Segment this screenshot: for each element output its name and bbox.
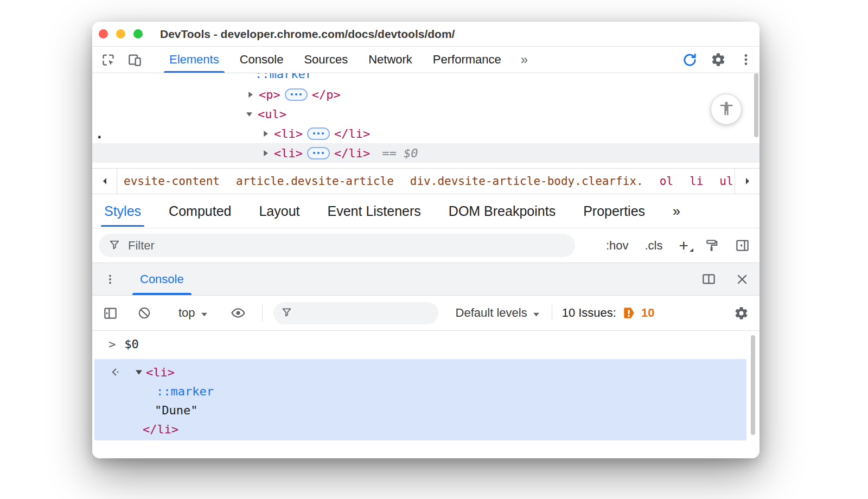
filter-funnel-icon [108,239,120,253]
breadcrumb: evsite-content article.devsite-article d… [117,173,735,189]
styles-filter-bar: :hov .cls + [92,228,760,263]
prompt-chevron: > [108,337,116,351]
dropdown-caret-icon [201,306,208,320]
inspect-element-icon[interactable] [101,53,116,67]
breadcrumb-item[interactable]: article.devsite-article [236,175,394,188]
issues-counter[interactable]: 10 Issues: 10 [562,306,655,320]
result-text-node: "Dune" [155,404,197,417]
dom-tree-panel: ::marker . ... <p> </p> <ul> <li> [92,73,760,168]
console-settings-gear-icon[interactable] [734,306,749,321]
styles-filter-input[interactable] [128,239,565,253]
result-open-tag: <li> [146,366,175,379]
dom-node-marker-clipped[interactable]: ::marker [255,73,312,84]
tab-properties[interactable]: Properties [582,194,646,228]
live-expression-eye-icon[interactable] [231,305,246,321]
main-toolbar: Elements Console Sources Network Perform… [92,47,760,73]
filter-funnel-icon [281,306,292,320]
dom-row-ul[interactable]: <ul> [246,104,286,124]
expand-ellipsis-icon[interactable] [307,127,330,140]
tab-layout[interactable]: Layout [258,194,301,228]
traffic-lights [99,29,143,39]
accessibility-overlay-button[interactable] [711,94,742,125]
dollar-zero-annotation: == $0 [382,146,418,160]
console-scrollbar[interactable] [751,335,755,435]
context-selector[interactable]: top [178,306,208,320]
console-filter-input[interactable] [299,307,431,319]
device-toolbar-icon[interactable] [127,53,142,67]
close-window-button[interactable] [99,29,108,39]
console-sidebar-icon[interactable] [103,306,118,321]
dom-tree-scrollbar[interactable] [754,73,758,137]
accessibility-person-icon [718,100,735,119]
disclosure-right-icon[interactable] [262,130,269,137]
breadcrumb-item[interactable]: div.devsite-article-body.clearfix. [410,175,643,188]
dropdown-caret-icon [688,239,694,255]
split-panel-icon[interactable] [701,272,716,286]
breadcrumb-item[interactable]: ol [660,175,673,188]
close-drawer-icon[interactable] [736,273,749,286]
drawer-tab-console[interactable]: Console [140,263,184,295]
tab-network[interactable]: Network [363,47,418,73]
dropdown-caret-icon [533,306,540,320]
tab-event-listeners[interactable]: Event Listeners [327,194,422,228]
breadcrumb-item[interactable]: ul [719,175,733,188]
breadcrumb-scroll-left-button[interactable] [92,169,117,194]
toggle-class-button[interactable]: .cls [644,239,662,253]
breadcrumb-item[interactable]: li [690,175,703,188]
dom-row-p[interactable]: <p> </p> [247,85,341,104]
console-toolbar: top Default levels 10 Issues: 10 [92,296,760,331]
kebab-menu-icon[interactable] [739,53,753,67]
disclosure-right-icon[interactable] [262,150,269,157]
toggle-sidebar-icon[interactable] [735,238,750,253]
returned-value-arrow-icon [109,366,121,378]
devtools-window: DevTools - developer.chrome.com/docs/dev… [92,22,760,458]
disclosure-right-icon[interactable] [247,91,254,98]
styles-tab-bar: Styles Computed Layout Event Listeners D… [92,194,760,228]
tab-styles[interactable]: Styles [103,194,142,228]
log-levels-selector[interactable]: Default levels [456,306,540,320]
settings-gear-icon[interactable] [711,52,726,67]
tab-sources[interactable]: Sources [298,47,353,73]
console-drawer-header: Console [92,263,760,296]
disclosure-down-icon[interactable] [246,111,253,118]
tab-console[interactable]: Console [234,47,289,73]
panel-tabs: Elements Console Sources Network Perform… [164,47,532,73]
console-eager-eval-row[interactable]: > $0 [108,337,139,351]
tab-elements[interactable]: Elements [164,47,225,73]
prompt-expression: $0 [124,337,139,351]
tab-computed[interactable]: Computed [168,194,232,228]
expand-ellipsis-icon[interactable] [285,88,308,101]
breadcrumb-scroll-right-button[interactable] [735,169,760,194]
sync-extension-icon[interactable] [682,52,698,68]
breadcrumb-item[interactable]: evsite-content [124,175,220,188]
result-marker-pseudo[interactable]: ::marker [156,385,214,398]
breadcrumb-bar: evsite-content article.devsite-article d… [92,168,760,194]
expand-ellipsis-icon[interactable] [307,147,330,159]
maximize-window-button[interactable] [133,29,143,39]
window-title: DevTools - developer.chrome.com/docs/dev… [160,28,455,41]
clear-console-icon[interactable] [137,306,151,320]
tab-performance[interactable]: Performance [427,47,507,73]
console-output: > $0 <li> ::marker "Dune" </li> [92,331,760,458]
titlebar: DevTools - developer.chrome.com/docs/dev… [92,22,760,47]
toggle-hover-state-button[interactable]: :hov [606,239,629,253]
issue-badge-icon [622,306,636,320]
drawer-kebab-menu-icon[interactable] [104,273,116,285]
dom-row-li-selected[interactable]: <li> </li> == $0 [92,143,760,163]
more-style-tabs-button[interactable]: » [672,194,681,228]
minimize-window-button[interactable] [116,29,125,39]
result-close-tag: </li> [143,423,178,436]
paint-format-icon[interactable] [705,239,719,253]
more-panels-button[interactable]: » [516,47,532,73]
styles-filter-field[interactable] [99,234,575,257]
console-result-block[interactable]: <li> ::marker "Dune" </li> [94,359,746,440]
dom-row-li-1[interactable]: <li> </li> [262,124,370,143]
tab-dom-breakpoints[interactable]: DOM Breakpoints [448,194,557,228]
gutter-text-dot: . [95,126,103,142]
console-filter-field[interactable] [273,302,438,324]
disclosure-down-icon[interactable] [135,368,143,376]
new-style-rule-button[interactable]: + [679,238,688,254]
